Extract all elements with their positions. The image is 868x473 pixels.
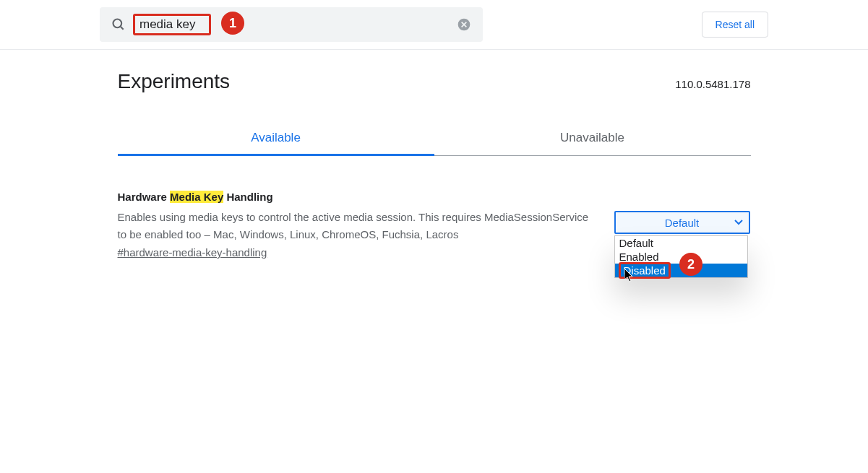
title-prefix: Hardware bbox=[118, 191, 171, 203]
tabs: Available Unavailable bbox=[118, 122, 751, 156]
experiment-title: Hardware Media Key Handling bbox=[118, 191, 595, 203]
svg-point-0 bbox=[113, 19, 122, 28]
svg-line-1 bbox=[121, 27, 124, 30]
tab-unavailable[interactable]: Unavailable bbox=[434, 122, 751, 155]
select-value: Default bbox=[665, 217, 700, 229]
title-row: Experiments 110.0.5481.178 bbox=[118, 70, 751, 93]
clear-icon[interactable] bbox=[457, 17, 471, 32]
flag-select[interactable]: Default bbox=[614, 211, 750, 234]
header: Reset all bbox=[0, 0, 868, 50]
cursor-icon bbox=[624, 269, 636, 283]
experiment-description: Enables using media keys to control the … bbox=[118, 209, 595, 243]
search-container[interactable] bbox=[100, 7, 483, 42]
experiment-row: Hardware Media Key Handling Enables usin… bbox=[118, 191, 751, 259]
content: Experiments 110.0.5481.178 Available Una… bbox=[118, 70, 751, 259]
title-suffix: Handling bbox=[223, 191, 272, 203]
annotation-badge-2: 2 bbox=[679, 253, 702, 276]
header-inner: Reset all bbox=[0, 7, 868, 42]
experiment-text: Hardware Media Key Handling Enables usin… bbox=[118, 191, 595, 259]
title-highlight: Media Key bbox=[170, 191, 223, 203]
reset-all-button[interactable]: Reset all bbox=[702, 12, 768, 38]
experiment-hash-link[interactable]: #hardware-media-key-handling bbox=[118, 246, 267, 259]
tab-available[interactable]: Available bbox=[118, 122, 434, 156]
page-title: Experiments bbox=[118, 70, 231, 93]
option-default[interactable]: Default bbox=[615, 236, 747, 250]
annotation-badge-1: 1 bbox=[221, 12, 244, 35]
search-highlight-box bbox=[133, 14, 211, 35]
chevron-down-icon bbox=[734, 217, 743, 227]
search-input[interactable] bbox=[139, 17, 205, 32]
select-container: Default Default Enabled Disabled bbox=[614, 211, 750, 234]
version-text: 110.0.5481.178 bbox=[675, 78, 750, 90]
search-icon bbox=[111, 17, 126, 32]
